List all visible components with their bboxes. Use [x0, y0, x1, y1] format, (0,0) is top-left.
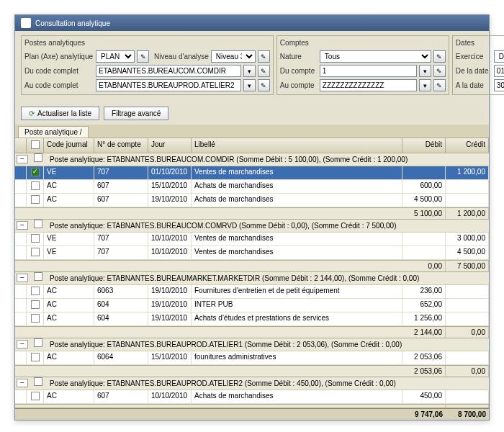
grid: Code journal N° de compte Jour Libellé D… — [15, 138, 489, 420]
col-libelle[interactable]: Libellé — [192, 138, 402, 153]
drop-au-compte-icon[interactable]: ▾ — [419, 79, 431, 91]
filter-button[interactable]: Filtrage avancé — [104, 107, 168, 120]
tabstrip: Poste analytique / — [15, 125, 489, 138]
input-de-date[interactable] — [494, 65, 504, 77]
group-sum-row: 5 100,001 200,00 — [15, 207, 489, 220]
input-du-code[interactable] — [96, 65, 241, 77]
row-checkbox[interactable] — [31, 195, 40, 204]
group-header-row[interactable]: −Poste analytique: ETABNANTES.BUREAUPROD… — [15, 377, 489, 390]
group-header-row[interactable]: −Poste analytique: ETABNANTES.BUREAUCOM.… — [15, 153, 489, 166]
app-window: Consultation analytique Postes analytiqu… — [14, 14, 490, 420]
label-niveau: Niveau d'analyse — [154, 53, 209, 60]
legend-comptes: Comptes — [280, 39, 446, 47]
table-row[interactable]: VE70710/10/2010Ventes de marchandises4 5… — [15, 246, 489, 260]
col-debit[interactable]: Débit — [402, 138, 446, 153]
col-credit[interactable]: Crédit — [446, 138, 489, 153]
tab-poste[interactable]: Poste analytique / — [18, 126, 89, 138]
label-au-compte: Au compte — [280, 81, 318, 89]
col-code-journal[interactable]: Code journal — [44, 138, 94, 153]
table-row[interactable]: AC606319/10/2010Fournitures d'entretien … — [15, 285, 489, 299]
table-row[interactable]: AC60710/10/2010Achats de marchandises450… — [15, 390, 489, 404]
toolbar: ⟳ Actualiser la liste Filtrage avancé — [15, 102, 489, 125]
table-row[interactable]: VE70710/10/2010Ventes de marchandises3 0… — [15, 233, 489, 246]
input-au-compte[interactable] — [320, 79, 417, 91]
edit-nature-icon[interactable]: ✎ — [433, 50, 446, 63]
col-num-compte[interactable]: N° de compte — [94, 138, 148, 153]
collapse-icon[interactable]: − — [17, 274, 28, 282]
collapse-icon[interactable]: − — [17, 340, 28, 348]
row-checkbox[interactable] — [31, 287, 40, 295]
grand-total-row: 9 747,06 8 700,00 — [15, 408, 489, 420]
group-postes: Postes analytiques Plan (Axe) analytique… — [21, 35, 274, 95]
edit-au-code-icon[interactable]: ✎ — [258, 79, 270, 91]
label-au-code: Au code complet — [24, 81, 94, 89]
drop-du-code-icon[interactable]: ▾ — [243, 65, 256, 77]
group-header-row[interactable]: −Poste analytique: ETABNANTES.BUREAUPROD… — [15, 338, 489, 351]
titlebar: Consultation analytique — [15, 15, 489, 31]
grid-body: −Poste analytique: ETABNANTES.BUREAUCOM.… — [15, 153, 489, 408]
table-row[interactable]: VE70701/10/2010Ventes de marchandises1 2… — [15, 166, 489, 180]
legend-postes: Postes analytiques — [24, 39, 270, 47]
table-row[interactable]: AC60419/10/2010INTER PUB652,00 — [15, 299, 489, 312]
grid-header: Code journal N° de compte Jour Libellé D… — [15, 138, 489, 153]
input-du-compte[interactable] — [320, 65, 417, 77]
row-checkbox[interactable] — [31, 353, 40, 361]
select-niveau[interactable]: Niveau 3 — [211, 50, 256, 63]
app-icon — [21, 18, 31, 28]
select-nature[interactable]: Tous — [320, 50, 431, 63]
label-du-compte: Du compte — [280, 67, 318, 75]
label-du-code: Du code complet — [24, 67, 94, 75]
label-plan: Plan (Axe) analytique — [24, 53, 94, 60]
label-nature: Nature — [280, 53, 318, 60]
collapse-icon[interactable]: − — [17, 221, 28, 230]
window-title: Consultation analytique — [35, 19, 110, 27]
group-sum-row: 0,007 500,00 — [15, 260, 489, 272]
edit-au-compte-icon[interactable]: ✎ — [433, 79, 446, 91]
collapse-icon[interactable]: − — [17, 155, 28, 163]
label-de-date: De la date — [456, 67, 492, 75]
row-checkbox[interactable] — [31, 234, 40, 243]
group-header-row[interactable]: −Poste analytique: ETABNANTES.BUREAUMARK… — [15, 272, 489, 285]
input-a-date[interactable] — [494, 79, 504, 91]
edit-plan-icon[interactable]: ✎ — [137, 50, 149, 63]
table-row[interactable]: AC60715/10/2010Achats de marchandises600… — [15, 180, 489, 194]
refresh-icon: ⟳ — [29, 109, 35, 117]
table-row[interactable]: AC606415/10/2010founitures administrativ… — [15, 351, 489, 365]
grand-credit: 8 700,00 — [446, 409, 489, 420]
row-checkbox[interactable] — [31, 314, 40, 323]
filter-panel: Postes analytiques Plan (Axe) analytique… — [15, 31, 489, 102]
group-comptes: Comptes Nature Tous ✎ Du compte ▾ ✎ Au c… — [276, 35, 449, 95]
group-sum-row: 2 053,060,00 — [15, 365, 489, 377]
group-dates: Dates Exercice Du 01/01/10 au 31/12/10 ✎… — [452, 35, 504, 95]
select-exercice[interactable]: Du 01/01/10 au 31/12/10 — [494, 50, 504, 63]
col-checkbox[interactable] — [27, 138, 44, 153]
drop-au-code-icon[interactable]: ▾ — [243, 79, 256, 91]
drop-du-compte-icon[interactable]: ▾ — [419, 65, 431, 77]
row-checkbox[interactable] — [31, 168, 40, 176]
legend-dates: Dates — [456, 39, 504, 47]
row-checkbox[interactable] — [31, 300, 40, 309]
edit-du-compte-icon[interactable]: ✎ — [433, 65, 446, 77]
label-exercice: Exercice — [456, 53, 492, 60]
label-a-date: A la date — [456, 81, 492, 89]
group-sum-row: 2 144,000,00 — [15, 326, 489, 338]
table-row[interactable]: AC60719/10/2010Achats de marchandises4 5… — [15, 194, 489, 207]
input-au-code[interactable] — [96, 79, 241, 91]
edit-du-code-icon[interactable]: ✎ — [258, 65, 270, 77]
col-jour[interactable]: Jour — [148, 138, 192, 153]
row-checkbox[interactable] — [31, 181, 40, 190]
table-row[interactable]: AC60419/10/2010Achats d'études et presta… — [15, 312, 489, 326]
row-checkbox[interactable] — [31, 248, 40, 256]
refresh-button[interactable]: ⟳ Actualiser la liste — [21, 107, 99, 120]
grand-debit: 9 747,06 — [402, 409, 446, 420]
edit-niveau-icon[interactable]: ✎ — [258, 50, 270, 63]
row-checkbox[interactable] — [31, 392, 40, 400]
group-header-row[interactable]: −Poste analytique: ETABNANTES.BUREAUCOM.… — [15, 220, 489, 233]
select-plan[interactable]: PLAN : — [96, 50, 135, 63]
collapse-icon[interactable]: − — [17, 379, 28, 387]
